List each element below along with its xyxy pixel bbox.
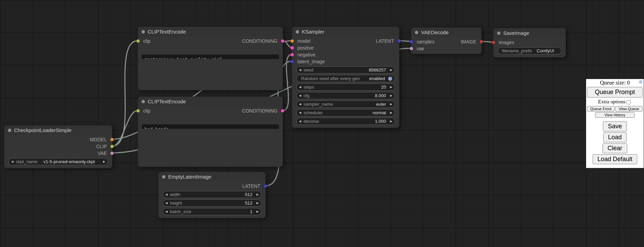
link-latent-to-vaedecode <box>399 41 411 41</box>
node-title-bar[interactable]: CLIPTextEncode <box>138 27 283 37</box>
node-clip-text-encode-negative[interactable]: CLIPTextEncode clip CONDITIONING bad han… <box>138 96 283 167</box>
slot-row: vae <box>411 45 481 52</box>
conditioning-output-port[interactable] <box>281 39 284 43</box>
negative-prompt-textarea[interactable]: bad hands <box>141 124 279 129</box>
increment-arrow-icon[interactable]: ▶ <box>388 120 392 123</box>
node-collapse-dot[interactable] <box>162 175 165 179</box>
increment-arrow-icon[interactable]: ▶ <box>254 202 259 205</box>
next-arrow-icon[interactable]: ▶ <box>388 111 392 114</box>
node-vae-decode[interactable]: VAEDecode samples IMAGE vae <box>411 27 482 54</box>
node-ksampler[interactable]: KSampler model LATENT positive negative … <box>292 27 399 128</box>
decrement-arrow-icon[interactable]: ◀ <box>299 120 304 123</box>
graph-canvas[interactable]: CheckpointLoaderSimple MODEL CLIP VAE ◀ … <box>0 0 644 247</box>
increment-arrow-icon[interactable]: ▶ <box>388 94 392 97</box>
positive-input-port[interactable] <box>290 46 294 50</box>
node-collapse-dot[interactable] <box>141 100 145 103</box>
steps-widget[interactable]: ◀ steps 20 ▶ <box>296 83 395 91</box>
node-title-bar[interactable]: CheckpointLoaderSimple <box>4 126 112 135</box>
widget-label: height <box>170 200 182 206</box>
decrement-arrow-icon[interactable]: ◀ <box>299 94 304 97</box>
random-seed-toggle[interactable]: Random seed after every gen enabled <box>296 75 395 82</box>
decrement-arrow-icon[interactable]: ◀ <box>299 86 304 89</box>
decrement-arrow-icon[interactable]: ◀ <box>165 202 170 205</box>
queue-front-button[interactable]: Queue Front <box>587 106 615 112</box>
queue-prompt-button[interactable]: Queue Prompt <box>587 87 643 98</box>
prev-arrow-icon[interactable]: ◀ <box>299 103 304 106</box>
widget-label: denoise <box>304 119 319 124</box>
increment-arrow-icon[interactable]: ▶ <box>388 68 392 72</box>
node-collapse-dot[interactable] <box>497 31 500 35</box>
prev-arrow-icon[interactable]: ◀ <box>299 111 304 114</box>
cfg-widget[interactable]: ◀ cfg 8.000 ▶ <box>296 92 395 99</box>
widget-value: 20 <box>381 84 388 90</box>
node-save-image[interactable]: SaveImage images filename_prefix ComfyUI <box>493 28 566 57</box>
node-title-bar[interactable]: EmptyLatentImage <box>159 172 265 182</box>
node-collapse-dot[interactable] <box>8 129 11 132</box>
latent-output-port[interactable] <box>397 39 401 43</box>
negative-input-port[interactable] <box>290 53 294 56</box>
node-clip-text-encode-positive[interactable]: CLIPTextEncode clip CONDITIONING masterp… <box>138 27 283 90</box>
increment-arrow-icon[interactable]: ▶ <box>388 86 392 89</box>
model-output-port[interactable] <box>110 138 114 141</box>
latent-image-input-port[interactable] <box>290 60 294 63</box>
clip-input-port[interactable] <box>136 39 140 43</box>
decrement-arrow-icon[interactable]: ◀ <box>165 210 170 213</box>
vae-output-port[interactable] <box>110 152 114 155</box>
slot-row: model LATENT <box>292 38 399 44</box>
widget-label: ckpt_name <box>16 159 38 164</box>
sampler-name-widget[interactable]: ◀ sampler_name euler ▶ <box>296 101 395 108</box>
width-widget[interactable]: ◀ width 512 ▶ <box>163 191 261 198</box>
samples-input-port[interactable] <box>410 40 413 43</box>
node-title-bar[interactable]: SaveImage <box>494 28 566 38</box>
images-input-port[interactable] <box>492 41 495 44</box>
decrement-arrow-icon[interactable]: ◀ <box>165 193 170 196</box>
widget-value: ComfyUI <box>537 48 554 53</box>
load-button[interactable]: Load <box>603 132 627 142</box>
node-collapse-dot[interactable] <box>296 30 299 34</box>
seed-widget[interactable]: ◀ seed 8566257 ▶ <box>296 66 395 74</box>
node-title-bar[interactable]: CLIPTextEncode <box>138 97 283 106</box>
batch-size-widget[interactable]: ◀ batch_size 1 ▶ <box>163 208 261 215</box>
increment-arrow-icon[interactable]: ▶ <box>254 193 259 196</box>
positive-prompt-textarea[interactable]: masterpiece best quality girl <box>141 54 279 59</box>
model-input-port[interactable] <box>290 39 294 43</box>
toggle-dot[interactable] <box>388 77 392 81</box>
latent-output-port[interactable] <box>264 184 267 188</box>
next-arrow-icon[interactable]: ▶ <box>388 103 392 106</box>
vae-input-port[interactable] <box>410 47 413 50</box>
node-collapse-dot[interactable] <box>141 30 145 34</box>
decrement-arrow-icon[interactable]: ◀ <box>299 68 304 72</box>
increment-arrow-icon[interactable]: ▶ <box>254 210 259 213</box>
node-title-bar[interactable]: VAEDecode <box>411 28 481 37</box>
view-queue-button[interactable]: View Queue <box>615 106 643 112</box>
save-button[interactable]: Save <box>603 121 627 131</box>
node-collapse-dot[interactable] <box>415 31 418 34</box>
view-history-button[interactable]: View History <box>595 112 635 118</box>
conditioning-output-port[interactable] <box>281 109 284 113</box>
height-widget[interactable]: ◀ height 512 ▶ <box>163 199 261 207</box>
filename-prefix-widget[interactable]: filename_prefix ComfyUI <box>498 47 561 54</box>
settings-gear-icon[interactable]: ⚙ <box>639 80 643 84</box>
clip-input-port[interactable] <box>136 109 140 113</box>
prev-arrow-icon[interactable]: ◀ <box>11 160 16 163</box>
denoise-widget[interactable]: ◀ denoise 1.000 ▶ <box>296 118 395 125</box>
scheduler-widget[interactable]: ◀ scheduler normal ▶ <box>296 109 395 116</box>
node-title-bar[interactable]: KSampler <box>292 27 399 37</box>
node-checkpoint-loader[interactable]: CheckpointLoaderSimple MODEL CLIP VAE ◀ … <box>4 125 112 168</box>
menu-panel: Queue size: 0 ⚙ Queue Prompt Extra optio… <box>586 79 644 168</box>
clip-output-port[interactable] <box>110 145 114 148</box>
widget-label: cfg <box>304 93 309 98</box>
extra-options-checkbox[interactable] <box>627 100 631 104</box>
slot-label: CLIP <box>96 144 107 149</box>
image-output-port[interactable] <box>480 40 483 43</box>
slot-label: LATENT <box>376 38 394 44</box>
ckpt-name-widget[interactable]: ◀ ckpt_name v1-5-pruned-emaonly.ckpt ▶ <box>9 158 108 165</box>
node-title: CLIPTextEncode <box>148 29 186 35</box>
clear-button[interactable]: Clear <box>603 143 627 153</box>
next-arrow-icon[interactable]: ▶ <box>101 160 105 163</box>
node-title: CLIPTextEncode <box>148 99 186 104</box>
slot-label: clip <box>143 38 150 44</box>
slot-row: positive <box>292 44 399 51</box>
node-empty-latent-image[interactable]: EmptyLatentImage LATENT ◀ width 512 ▶ ◀ … <box>158 172 266 218</box>
load-default-button[interactable]: Load Default <box>593 154 637 164</box>
